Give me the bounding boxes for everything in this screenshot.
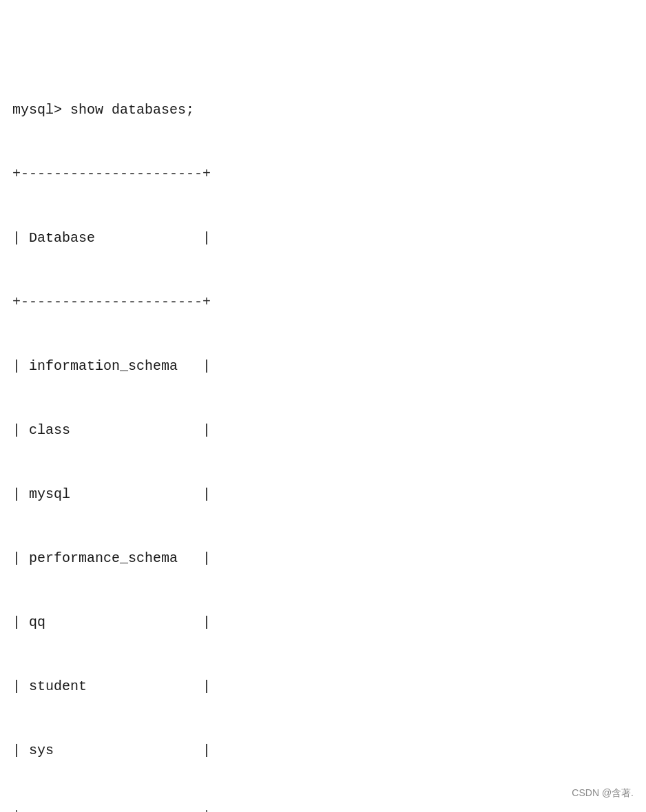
- terminal-output: mysql> show databases; +----------------…: [12, 14, 634, 812]
- block1-row-2: | mysql |: [12, 483, 634, 505]
- block1-table-top: +----------------------+: [12, 163, 634, 185]
- block1-row-0: | information_schema |: [12, 355, 634, 377]
- block1-prompt: mysql> show databases;: [12, 99, 634, 121]
- watermark-text: CSDN @含著.: [572, 787, 634, 800]
- block1-table-sep: +----------------------+: [12, 291, 634, 313]
- block1-section: mysql> show databases; +----------------…: [12, 56, 634, 812]
- block1-row-4: | qq |: [12, 612, 634, 633]
- block1-row-5: | student |: [12, 676, 634, 697]
- block1-header: | Database |: [12, 227, 634, 249]
- block1-table-bottom: +----------------------+: [12, 804, 634, 812]
- block1-row-6: | sys |: [12, 740, 634, 761]
- block1-row-3: | performance_schema |: [12, 548, 634, 569]
- block1-row-1: | class |: [12, 419, 634, 441]
